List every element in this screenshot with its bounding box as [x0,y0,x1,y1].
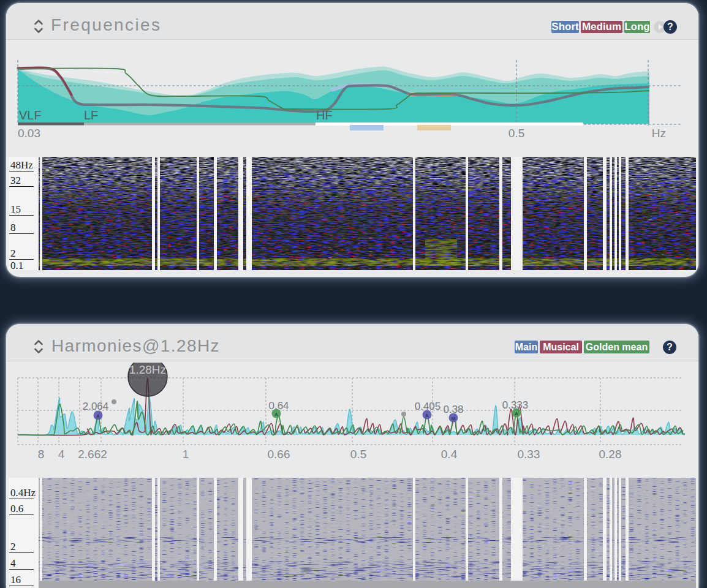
svg-text:0.4: 0.4 [441,448,458,461]
svg-text:15: 15 [10,203,21,215]
svg-text:2: 2 [10,247,16,259]
svg-text:0.38: 0.38 [443,404,463,415]
svg-text:2.662: 2.662 [78,448,107,461]
svg-text:8: 8 [10,222,16,233]
svg-text:LF: LF [84,108,98,122]
svg-text:HF: HF [316,108,333,122]
svg-text:A: A [425,413,429,418]
svg-text:A: A [96,413,100,419]
svg-text:32: 32 [10,175,21,186]
svg-text:0.4Hz: 0.4Hz [10,487,36,499]
svg-text:4: 4 [10,557,16,569]
svg-text:0.333: 0.333 [502,399,529,411]
svg-text:8: 8 [38,448,45,461]
svg-text:0.6: 0.6 [10,503,23,514]
svg-text:M: M [452,416,456,421]
svg-text:0.64: 0.64 [268,400,289,412]
svg-text:1: 1 [183,448,189,461]
svg-text:16: 16 [10,574,21,586]
svg-text:A: A [515,411,518,417]
svg-text:A: A [274,412,278,417]
svg-text:0.66: 0.66 [268,448,290,461]
svg-text:48Hz: 48Hz [10,159,33,171]
svg-text:0.5: 0.5 [350,448,366,461]
svg-text:0.405: 0.405 [415,401,441,412]
svg-text:2: 2 [10,541,16,552]
svg-text:4: 4 [58,448,65,461]
svg-text:0.33: 0.33 [518,448,540,461]
svg-text:2.064: 2.064 [83,401,109,412]
svg-text:Hz: Hz [652,127,666,140]
svg-text:0.1: 0.1 [10,260,23,271]
svg-text:0.5: 0.5 [509,127,524,140]
svg-text:VLF: VLF [19,108,42,122]
svg-text:1.28Hz: 1.28Hz [129,363,166,376]
svg-text:0.03: 0.03 [18,127,40,140]
svg-text:0.28: 0.28 [599,448,622,461]
